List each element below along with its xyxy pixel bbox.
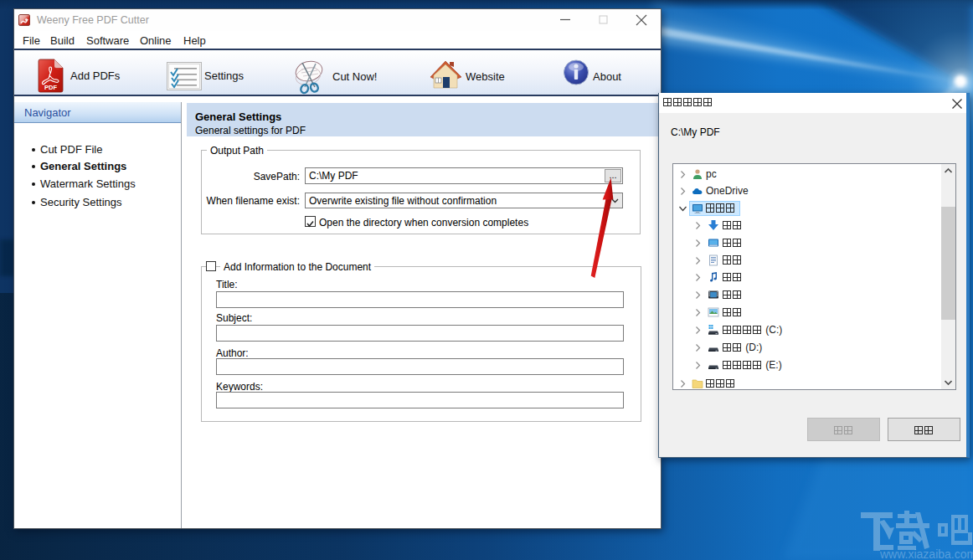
svg-text:PDF: PDF [44, 84, 57, 91]
